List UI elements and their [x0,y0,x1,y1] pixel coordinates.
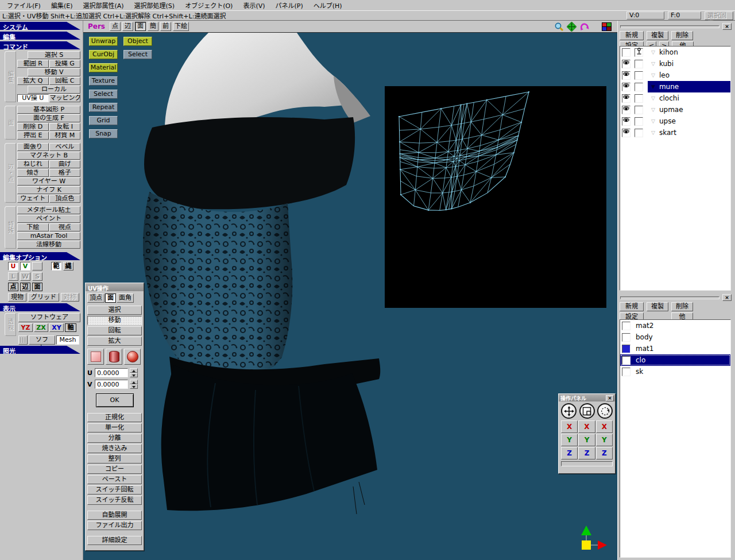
lock-checkbox[interactable] [635,48,643,57]
uv-panel-title[interactable]: UV操作 [86,283,144,291]
panel-button[interactable]: 複製 [647,31,668,40]
axis-z-button[interactable]: Z [578,447,595,459]
edit-option-button[interactable]: グリッド [28,293,59,302]
selection-lock-button[interactable]: 選択固定 [705,11,733,20]
system-panel-header[interactable]: システム [0,22,80,30]
sphere-mapping-button[interactable] [124,349,141,365]
zoom-icon[interactable] [554,22,564,32]
command-button[interactable]: メタボール粘土 [17,206,80,214]
command-button[interactable]: ねじれ [17,160,49,168]
uv-target-tab[interactable]: 面 [105,293,116,303]
lock-checkbox[interactable] [635,106,643,114]
lock-checkbox[interactable] [635,83,643,91]
lock-checkbox[interactable] [635,129,643,137]
display-mode-button[interactable]: 点 [110,22,121,31]
panel-button[interactable]: 新規 [620,302,644,311]
command-button[interactable]: 面張り [17,143,49,151]
lock-checkbox[interactable] [635,60,643,68]
object-row[interactable]: ▽upmae [620,104,730,115]
axis-y-button[interactable]: Y [578,434,595,446]
uv-op-button[interactable]: スイッチ反転 [87,496,142,505]
move-tool-button[interactable] [561,403,577,419]
uv-view-button[interactable]: Repeat [89,103,118,112]
display-mode-button[interactable]: 簡 [148,22,158,31]
axis-x-button[interactable]: X [561,420,578,433]
uv-op-button[interactable]: 焼き込み [87,444,142,453]
edit-option-button[interactable]: 面 [32,283,42,291]
object-row[interactable]: ▼mune [620,81,730,92]
close-icon[interactable]: × [722,294,732,301]
panel-button[interactable]: 新規 [620,31,644,40]
uv-view-button[interactable]: Object [123,37,152,46]
lock-checkbox[interactable] [635,94,643,103]
edit-option-button[interactable]: 辺 [20,283,30,291]
expand-triangle-icon[interactable]: ▽ [651,118,655,124]
uv-editor-canvas[interactable] [385,86,606,308]
color-grid-icon[interactable] [602,22,612,31]
panel-button[interactable]: 削除 [671,31,693,40]
uv-view-button[interactable]: Texture [89,76,118,86]
object-row[interactable]: ▽clochi [620,92,730,104]
view-plane-button[interactable]: ZX [34,323,48,332]
command-button[interactable]: 頂点色 [49,195,81,203]
command-button[interactable]: 反転 I [49,123,81,131]
uv-view-button[interactable]: Snap [89,129,118,138]
uv-view-button[interactable]: Select [89,90,118,99]
wireframe-icon-button[interactable] [18,335,28,345]
expand-triangle-icon[interactable]: ▽ [651,49,655,55]
rotate-icon[interactable] [579,22,590,32]
command-button[interactable]: ベベル [49,143,81,151]
edit-option-button[interactable]: V [20,262,30,271]
visibility-checkbox[interactable] [622,106,630,114]
expand-triangle-icon[interactable]: ▽ [651,61,655,67]
uv-view-button[interactable]: CurObj [89,50,118,59]
material-row[interactable]: sk [620,366,730,377]
visibility-checkbox[interactable] [622,117,630,126]
visibility-checkbox[interactable] [622,48,630,57]
command-button[interactable]: 傾き [17,169,49,177]
command-button[interactable]: ウェイト [17,195,49,203]
view-plane-button[interactable]: 軸 [65,323,76,332]
display-mode-button[interactable]: 面 [135,22,146,31]
scale-tool-button[interactable] [579,403,595,419]
lighting-panel-header[interactable]: 照光 [0,346,80,354]
menu-item[interactable]: オブジェクト(O) [180,0,237,10]
axis-z-button[interactable]: Z [596,447,613,459]
uv-view-button[interactable]: Select [123,50,152,59]
edit-option-button[interactable]: W [20,272,30,281]
operation-panel-title[interactable]: 操作パネル [560,395,586,402]
uv-op-button[interactable]: 整列 [87,454,142,464]
axis-y-button[interactable]: Y [596,434,613,446]
expand-triangle-icon[interactable]: ▽ [651,107,655,113]
expand-triangle-icon[interactable]: ▼ [651,84,655,90]
material-panel-drag-bar[interactable]: × [620,294,732,301]
menu-item[interactable]: 表示(V) [238,0,269,10]
close-icon[interactable]: × [722,23,732,30]
axis-x-button[interactable]: X [578,420,595,433]
menu-item[interactable]: ヘルプ(H) [309,0,347,10]
3d-viewport[interactable]: Pers 点辺面簡前下絵 [83,21,617,560]
v-value-input[interactable]: 0.0000 [95,380,128,389]
uv-op-button[interactable]: 正規化 [87,413,142,422]
uv-op-button[interactable]: 詳細設定 [87,536,142,545]
panel-button[interactable]: 複製 [647,302,668,311]
v-spinner[interactable] [130,380,138,389]
plane-mapping-button[interactable] [87,349,104,365]
edit-option-button[interactable]: L [8,272,18,281]
ok-button[interactable]: OK [96,393,134,407]
software-renderer-button[interactable]: ソフトウェア [18,313,80,322]
material-row[interactable]: body [620,331,730,343]
expand-triangle-icon[interactable]: ▽ [651,72,655,78]
edit-option-button[interactable]: S [32,272,42,281]
command-button[interactable]: 曲げ [49,160,81,168]
edit-option-button[interactable]: U [8,262,18,271]
menu-item[interactable]: 編集(E) [47,0,78,10]
command-button[interactable]: 投縄 G [49,60,81,68]
uv-action-button[interactable]: 選択 [87,306,142,315]
pan-icon[interactable] [567,22,577,32]
close-icon[interactable]: × [606,395,614,401]
object-panel-drag-bar[interactable]: × [620,23,732,30]
material-row[interactable]: mat2 [620,320,730,331]
uv-op-button[interactable]: 自動展開 [87,511,142,520]
uv-action-button[interactable]: 移動 [87,316,142,325]
